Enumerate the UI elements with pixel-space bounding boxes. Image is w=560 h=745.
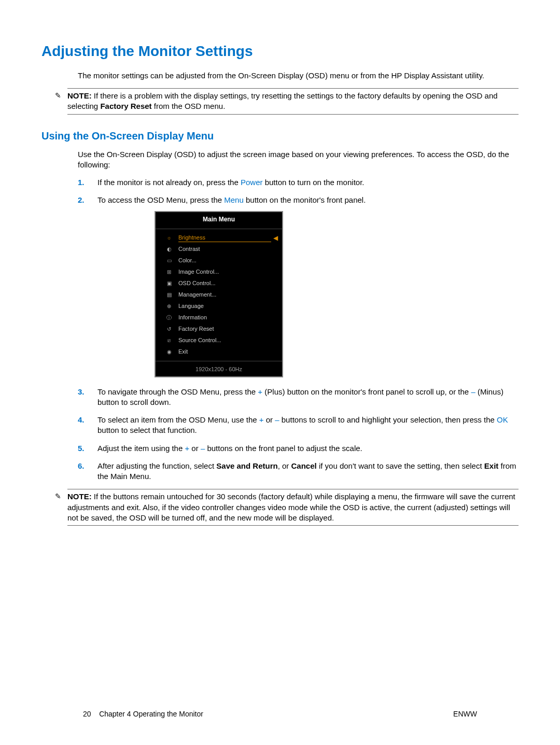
osd-item-label: Language	[178, 302, 204, 310]
osd-item: ◐Contrast	[156, 244, 282, 255]
step-number: 2.	[78, 195, 85, 205]
note-label: NOTE:	[67, 492, 92, 501]
osd-item-icon: ▭	[165, 257, 173, 264]
osd-item-label: Exit	[178, 348, 188, 356]
plus-keyword: +	[185, 444, 189, 453]
osd-item-label: Information	[178, 314, 207, 321]
minus-keyword: –	[275, 415, 279, 424]
ok-keyword: OK	[497, 415, 508, 424]
step-number: 4.	[78, 415, 85, 425]
intro-paragraph: The monitor settings can be adjusted fro…	[78, 71, 519, 81]
osd-item: ⊞Image Control...	[156, 266, 282, 278]
osd-item: ▣OSD Control...	[156, 278, 282, 289]
osd-title: Main Menu	[156, 212, 282, 229]
step-number: 1.	[78, 177, 85, 188]
osd-item-icon: ⊞	[165, 269, 173, 276]
step-6: 6. After adjusting the function, select …	[78, 461, 519, 482]
note-text-b: from the OSD menu.	[152, 102, 226, 110]
note-label: NOTE:	[67, 91, 92, 100]
osd-item: ⎚Source Control...	[156, 335, 282, 346]
note-timeout: ✎ NOTE: If the buttons remain untouched …	[67, 489, 519, 526]
step-number: 3.	[78, 387, 85, 397]
osd-item: ◉Exit	[156, 346, 282, 358]
osd-item-icon: ⓘ	[165, 314, 173, 321]
note-icon: ✎	[55, 91, 61, 101]
exit-bold: Exit	[484, 461, 499, 470]
osd-item-label: Color...	[178, 257, 197, 264]
chapter-label: Chapter 4 Operating the Monitor	[99, 710, 203, 718]
osd-item: ▭Color...	[156, 255, 282, 266]
osd-item-icon: ↺	[165, 326, 173, 333]
osd-item-label: Image Control...	[178, 268, 219, 276]
save-return-bold: Save and Return	[216, 461, 277, 470]
step-2: 2. To access the OSD Menu, press the Men…	[78, 195, 519, 377]
step-4: 4. To select an item from the OSD Menu, …	[78, 415, 519, 436]
page-number: 20	[83, 710, 91, 718]
note-factory-reset: ✎ NOTE: If there is a problem with the d…	[67, 88, 519, 115]
osd-intro: Use the On-Screen Display (OSD) to adjus…	[78, 149, 519, 171]
osd-item: ☼Brightness◀	[156, 232, 282, 244]
osd-item-icon: ⊕	[165, 303, 173, 310]
step-3: 3. To navigate through the OSD Menu, pre…	[78, 387, 519, 408]
step-1: 1. If the monitor is not already on, pre…	[78, 177, 519, 188]
osd-selected-arrow-icon: ◀	[273, 234, 278, 242]
cancel-bold: Cancel	[291, 461, 317, 470]
note-bold: Factory Reset	[100, 102, 151, 110]
osd-item-label: OSD Control...	[178, 279, 216, 287]
power-keyword: Power	[241, 178, 263, 187]
osd-item-icon: ▤	[165, 291, 173, 299]
note-text: If the buttons remain untouched for 30 s…	[67, 492, 515, 522]
heading-osd: Using the On-Screen Display Menu	[41, 129, 519, 143]
osd-item-icon: ◐	[165, 246, 173, 253]
plus-keyword: +	[259, 415, 264, 424]
osd-screenshot: Main Menu ☼Brightness◀◐Contrast▭Color...…	[155, 211, 283, 377]
minus-keyword: –	[201, 444, 205, 453]
osd-item-icon: ⎚	[165, 337, 173, 344]
plus-keyword: +	[258, 387, 262, 396]
osd-item-icon: ▣	[165, 280, 173, 287]
osd-item: ⓘInformation	[156, 312, 282, 324]
osd-item-label: Contrast	[178, 245, 200, 253]
osd-item-icon: ◉	[165, 348, 173, 356]
note-icon: ✎	[55, 491, 61, 501]
step-number: 5.	[78, 443, 85, 454]
page-footer: 20 Chapter 4 Operating the Monitor ENWW	[83, 709, 477, 719]
heading-adjusting: Adjusting the Monitor Settings	[41, 41, 519, 61]
osd-item-icon: ☼	[165, 234, 173, 242]
step-number: 6.	[78, 461, 85, 471]
osd-menu-list: ☼Brightness◀◐Contrast▭Color...⊞Image Con…	[156, 229, 282, 361]
osd-item-label: Management...	[178, 291, 216, 299]
osd-item: ↺Factory Reset	[156, 324, 282, 335]
osd-resolution: 1920x1200 - 60Hz	[156, 361, 282, 376]
osd-item-label: Source Control...	[178, 336, 221, 344]
osd-item-label: Brightness	[178, 234, 271, 242]
osd-item: ▤Management...	[156, 289, 282, 301]
minus-keyword: –	[471, 387, 475, 396]
osd-item-label: Factory Reset	[178, 325, 214, 333]
step-5: 5. Adjust the item using the + or – butt…	[78, 443, 519, 454]
osd-item: ⊕Language	[156, 301, 282, 312]
footer-right: ENWW	[453, 709, 477, 719]
menu-keyword: Menu	[224, 195, 244, 204]
